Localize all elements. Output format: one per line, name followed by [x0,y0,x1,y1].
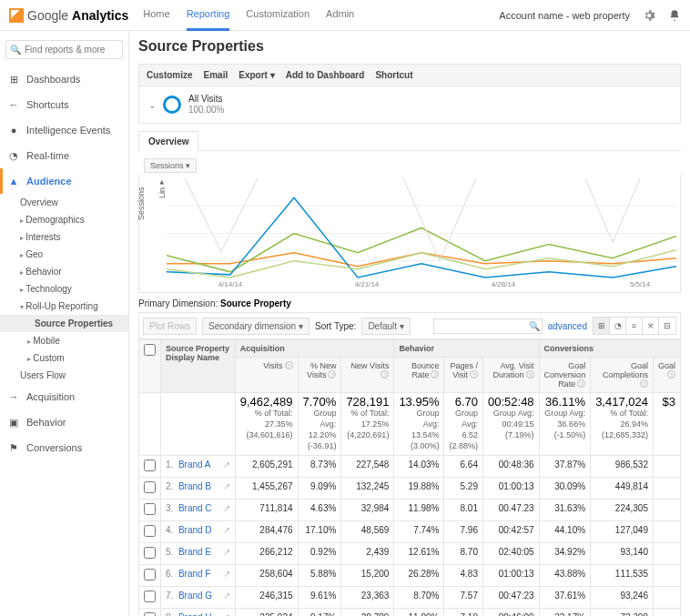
account-name[interactable]: Account name - web property [499,10,630,21]
view-performance-icon[interactable]: ≡ [626,318,643,334]
select-all-checkbox[interactable] [144,344,156,356]
nav-item-intelligence-events[interactable]: ●Intelligence Events [0,117,128,143]
nav-icon: ⊞ [7,73,20,86]
nav-icon: ● [7,124,20,136]
nav-item-acquisition[interactable]: →Acquisition [0,384,128,409]
external-link-icon[interactable]: ↗ [223,569,230,579]
dimension-value[interactable]: Source Property [220,298,291,308]
row-checkbox[interactable] [144,612,156,616]
nav-item-conversions[interactable]: ⚑Conversions [0,435,128,460]
secondary-dimension-button[interactable]: Secondary dimension ▾ [202,318,309,335]
brand-link[interactable]: Brand B [178,481,211,491]
nav-item-audience[interactable]: ▲Audience [0,168,128,194]
bell-icon[interactable] [668,9,681,22]
external-link-icon[interactable]: ↗ [223,525,230,535]
row-checkbox[interactable] [144,503,156,515]
shortcut-button[interactable]: Shortcut [375,70,412,80]
metric-selector[interactable]: Sessions ▾ [144,158,197,173]
view-switcher: ⊞ ◔ ≡ ⤧ ⊟ [593,317,676,335]
row-checkbox[interactable] [144,591,156,602]
scale-selector[interactable]: Lin▾ [157,178,167,198]
addtodashboard-button[interactable]: Add to Dashboard [286,70,365,80]
search-box[interactable]: 🔍 [5,40,123,59]
nav-icon: → [7,390,20,403]
segment-row: ⌄ All Visits 100.00% [138,86,681,124]
sub-geo[interactable]: Geo [0,246,128,263]
customize-button[interactable]: Customize [147,70,193,80]
nav-reporting[interactable]: Reporting [187,0,230,31]
search-input[interactable] [25,45,118,55]
sort-label: Sort Type: [315,321,356,331]
nav-item-real-time[interactable]: ◔Real-time [0,143,128,168]
sub-users-flow[interactable]: Users Flow [0,367,128,384]
external-link-icon[interactable]: ↗ [223,547,230,557]
sub-overview[interactable]: Overview [0,194,128,211]
row-checkbox[interactable] [144,569,156,581]
page-title: Source Properties [138,38,681,55]
top-nav: HomeReportingCustomizationAdmin [143,0,354,31]
nav-icon: ← [7,98,20,111]
tab-bar: Overview [138,131,681,151]
nav-admin[interactable]: Admin [326,0,354,31]
external-link-icon[interactable]: ↗ [223,503,230,513]
nav-item-behavior[interactable]: ▣Behavior [0,409,128,435]
segment-text[interactable]: All Visits 100.00% [188,94,224,116]
sub-custom[interactable]: Custom [0,349,128,367]
external-link-icon[interactable]: ↗ [223,459,230,470]
nav-icon: ⚑ [7,441,20,454]
nav-item-shortcuts[interactable]: ←Shortcuts [0,92,128,117]
nav-icon: ▲ [7,175,20,187]
view-pivot-icon[interactable]: ⊟ [659,318,675,334]
chart: Sessions Lin▾ 4002004/14/144/21/144/28/1… [138,175,681,293]
brand-link[interactable]: Brand H [178,612,212,616]
data-table: Source Property Display NameAcquisitionB… [138,339,681,616]
search-icon[interactable]: 🔍 [529,321,540,331]
table-search-input[interactable] [436,321,529,331]
sub-roll-up-reporting[interactable]: Roll-Up Reporting [0,298,128,315]
external-link-icon[interactable]: ↗ [223,591,230,601]
advanced-link[interactable]: advanced [548,321,587,331]
email-button[interactable]: Email [204,70,228,80]
row-checkbox[interactable] [144,547,156,559]
brand-link[interactable]: Brand C [178,503,212,513]
sub-technology[interactable]: Technology [0,280,128,298]
view-percent-icon[interactable]: ◔ [610,318,626,334]
chevron-down-icon[interactable]: ⌄ [148,100,156,110]
sub-source-properties[interactable]: Source Properties [0,315,128,332]
nav-customization[interactable]: Customization [246,0,309,31]
nav-item-dashboards[interactable]: ⊞Dashboards [0,66,128,92]
brand-link[interactable]: Brand F [178,569,211,579]
svg-text:5/5/14: 5/5/14 [630,280,651,288]
report-toolbar: CustomizeEmailExport ▾Add to DashboardSh… [138,64,681,86]
brand-link[interactable]: Brand D [178,525,212,535]
gear-icon[interactable] [643,9,655,22]
sub-demographics[interactable]: Demographics [0,211,128,228]
brand-link[interactable]: Brand E [178,547,211,557]
logo-text: Google Analytics [27,8,128,23]
segment-pct: 100.00% [188,105,224,116]
sub-interests[interactable]: Interests [0,228,128,246]
table-search[interactable]: 🔍 [433,318,543,334]
row-checkbox[interactable] [144,481,156,493]
nav-icon: ▣ [7,416,20,429]
nav-home[interactable]: Home [143,0,169,31]
export-button[interactable]: Export ▾ [238,70,274,80]
sub-mobile[interactable]: Mobile [0,332,128,349]
sidebar: 🔍 ⊞Dashboards←Shortcuts●Intelligence Eve… [0,31,129,616]
ga-logo-icon [9,8,24,23]
sub-behavior[interactable]: Behavior [0,263,128,280]
plot-rows-button[interactable]: Plot Rows [143,318,197,335]
external-link-icon[interactable]: ↗ [223,481,230,491]
sort-type-button[interactable]: Default ▾ [361,318,410,335]
brand-link[interactable]: Brand A [178,459,211,470]
row-checkbox[interactable] [144,525,156,537]
brand-link[interactable]: Brand G [178,591,212,601]
tab-overview[interactable]: Overview [138,131,198,151]
view-table-icon[interactable]: ⊞ [594,318,610,334]
row-checkbox[interactable] [144,459,156,471]
svg-text:4/21/14: 4/21/14 [355,280,380,288]
external-link-icon[interactable]: ↗ [223,612,230,616]
primary-dimension: Primary Dimension: Source Property [138,298,681,308]
view-comparison-icon[interactable]: ⤧ [643,318,659,334]
y-axis-label: Sessions [137,187,146,220]
